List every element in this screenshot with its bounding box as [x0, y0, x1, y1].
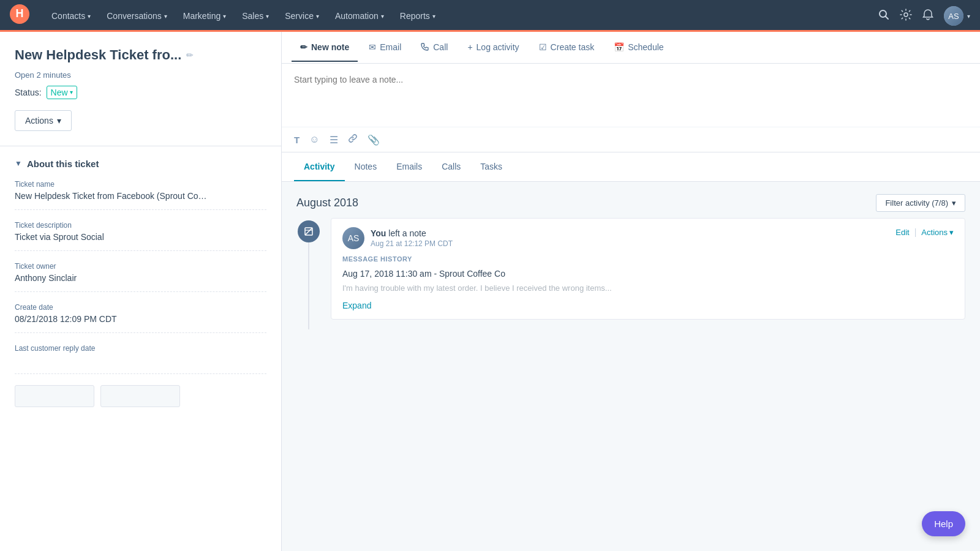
attachment-icon[interactable]: 📎 [368, 134, 380, 146]
actions-label: Actions [921, 228, 948, 237]
bottom-button-2[interactable] [100, 385, 180, 407]
activity-card-body: MESSAGE HISTORY Aug 17, 2018 11:30 am - … [331, 255, 965, 319]
user-avatar[interactable]: AS ▾ [944, 6, 970, 26]
left-panel: New Helpdesk Ticket fro... ✏ Open 2 minu… [0, 32, 282, 551]
status-label: Status: [15, 88, 42, 97]
tab-email[interactable]: ✉ Email [360, 34, 410, 62]
activity-action-text: left a note [388, 228, 426, 238]
activity-tab-emails[interactable]: Emails [386, 153, 432, 181]
field-value-create-date: 08/21/2018 12:09 PM CDT [15, 314, 266, 324]
activity-time: Aug 21 at 12:12 PM CDT [371, 239, 453, 248]
svg-point-4 [904, 13, 908, 17]
timeline-dot [298, 220, 320, 242]
nav-conversations[interactable]: Conversations ▾ [99, 7, 175, 24]
bottom-button-1[interactable] [15, 385, 94, 407]
hubspot-logo[interactable]: H [10, 4, 29, 28]
tab-schedule[interactable]: 📅 Schedule [605, 34, 672, 62]
ticket-open-time: Open 2 minutes [15, 70, 266, 80]
activity-who: AS You left a note Aug 21 at 12:12 PM CD… [342, 227, 453, 249]
tab-new-note[interactable]: ✏ New note [292, 34, 358, 62]
nav-items: Contacts ▾ Conversations ▾ Marketing ▾ S… [44, 7, 878, 24]
activity-tab-notes[interactable]: Notes [345, 153, 387, 181]
field-value-ticket-owner[interactable]: Anthony Sinclair [15, 273, 266, 283]
svg-text:H: H [16, 7, 24, 20]
activity-description: You left a note [371, 228, 453, 238]
field-label-ticket-name: Ticket name [15, 180, 266, 189]
field-value-ticket-description[interactable]: Ticket via Sprout Social [15, 232, 266, 242]
note-textarea[interactable] [282, 64, 980, 125]
nav-reports[interactable]: Reports ▾ [393, 7, 443, 24]
settings-icon[interactable] [900, 9, 912, 24]
activity-tab-calls[interactable]: Calls [432, 153, 470, 181]
help-button[interactable]: Help [922, 511, 965, 536]
edit-icon[interactable]: ✏ [186, 50, 194, 60]
ticket-header-card: New Helpdesk Ticket fro... ✏ Open 2 minu… [0, 32, 281, 146]
tab-log-activity[interactable]: + Log activity [459, 34, 527, 62]
activity-edit-button[interactable]: Edit [895, 228, 909, 237]
ticket-title-row: New Helpdesk Ticket fro... ✏ [15, 47, 266, 64]
list-icon[interactable]: ☰ [330, 134, 338, 146]
search-icon[interactable] [878, 9, 890, 24]
field-ticket-name: Ticket name New Helpdesk Ticket from Fac… [15, 180, 266, 210]
about-title: About this ticket [27, 159, 99, 169]
expand-button[interactable]: Expand [342, 301, 371, 310]
nav-service[interactable]: Service ▾ [277, 7, 326, 24]
activity-tab-tasks[interactable]: Tasks [470, 153, 512, 181]
note-area: T ☺ ☰ 📎 [282, 64, 980, 152]
field-last-reply: Last customer reply date [15, 344, 266, 374]
note-toolbar: T ☺ ☰ 📎 [282, 127, 980, 152]
tab-call[interactable]: Call [412, 34, 456, 62]
nav-sales[interactable]: Sales ▾ [235, 7, 276, 24]
chevron-down-icon: ▾ [432, 13, 435, 20]
status-badge[interactable]: New ▾ [47, 86, 77, 99]
ticket-status-row: Status: New ▾ [15, 86, 266, 99]
email-icon: ✉ [369, 42, 376, 52]
field-ticket-owner: Ticket owner Anthony Sinclair [15, 262, 266, 292]
activity-avatar: AS [342, 227, 364, 249]
field-create-date: Create date 08/21/2018 12:09 PM CDT [15, 303, 266, 333]
chevron-down-icon: ▾ [381, 13, 384, 20]
field-label-create-date: Create date [15, 303, 266, 312]
svg-line-3 [886, 16, 889, 19]
emoji-icon[interactable]: ☺ [309, 134, 319, 145]
nav-right-actions: AS ▾ [878, 6, 970, 26]
activity-tab-activity[interactable]: Activity [294, 153, 345, 181]
about-section: ▼ About this ticket Ticket name New Help… [0, 146, 281, 551]
activity-tabs: Activity Notes Emails Calls Tasks [282, 152, 980, 182]
message-history-label: MESSAGE HISTORY [342, 255, 954, 263]
field-label-last-reply: Last customer reply date [15, 344, 266, 353]
activity-meta: You left a note Aug 21 at 12:12 PM CDT [371, 228, 453, 248]
field-label-ticket-owner: Ticket owner [15, 262, 266, 271]
activity-stream: AS You left a note Aug 21 at 12:12 PM CD… [282, 218, 980, 329]
chevron-down-icon: ▾ [223, 13, 226, 20]
notifications-icon[interactable] [922, 9, 934, 24]
tab-create-task[interactable]: ☑ Create task [530, 34, 603, 62]
right-panel: ✏ New note ✉ Email Call + Log activity [282, 32, 980, 551]
actions-button[interactable]: Actions ▾ [15, 110, 72, 131]
field-value-ticket-name[interactable]: New Helpdesk Ticket from Facebook (Sprou… [15, 191, 266, 201]
top-navigation: H Contacts ▾ Conversations ▾ Marketing ▾… [0, 0, 980, 32]
timeline-column [296, 218, 321, 329]
collapse-toggle-icon[interactable]: ▼ [15, 159, 22, 168]
text-format-icon[interactable]: T [294, 135, 300, 145]
filter-chevron-icon: ▾ [952, 198, 956, 208]
filter-activity-button[interactable]: Filter activity (7/8) ▾ [876, 194, 965, 212]
timeline-line [308, 242, 309, 329]
about-header: ▼ About this ticket [15, 159, 266, 169]
message-history-date: Aug 17, 2018 11:30 am - Sprout Coffee Co [342, 269, 954, 279]
activity-feed: August 2018 Filter activity (7/8) ▾ [282, 182, 980, 551]
nav-contacts[interactable]: Contacts ▾ [44, 7, 98, 24]
activity-month-header: August 2018 Filter activity (7/8) ▾ [282, 182, 980, 218]
field-value-last-reply [15, 355, 266, 365]
field-label-ticket-description: Ticket description [15, 221, 266, 230]
nav-automation[interactable]: Automation ▾ [328, 7, 391, 24]
avatar-inner: AS [342, 227, 364, 249]
activity-card: AS You left a note Aug 21 at 12:12 PM CD… [331, 218, 965, 320]
activity-actions-dropdown[interactable]: Actions ▾ [921, 228, 954, 237]
task-icon: ☑ [539, 42, 547, 52]
status-chevron-icon: ▾ [70, 89, 73, 96]
plus-icon: + [467, 42, 472, 52]
nav-marketing[interactable]: Marketing ▾ [176, 7, 233, 24]
avatar-image: AS [944, 6, 963, 26]
link-icon[interactable] [348, 133, 358, 146]
